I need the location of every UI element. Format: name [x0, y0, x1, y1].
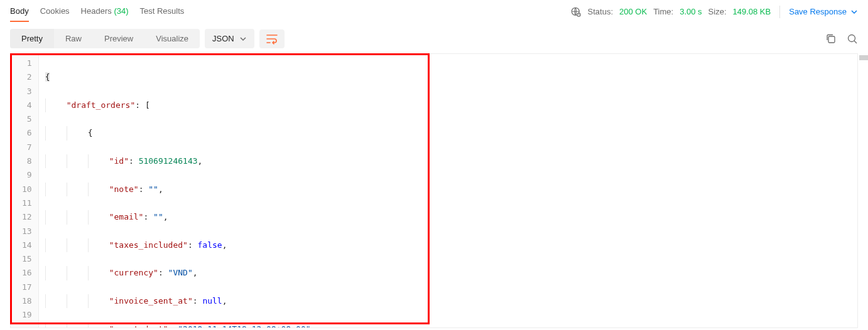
tab-headers[interactable]: Headers (34): [81, 1, 129, 22]
view-tab-preview[interactable]: Preview: [93, 29, 144, 48]
svg-rect-2: [828, 36, 835, 43]
status-value: 200 OK: [619, 7, 647, 16]
format-select-label: JSON: [212, 34, 234, 43]
view-tab-visualize[interactable]: Visualize: [144, 29, 200, 48]
tab-test-results[interactable]: Test Results: [140, 1, 185, 22]
status-label: Status:: [588, 7, 613, 16]
minimap-indicator: [859, 55, 868, 60]
divider: [779, 6, 780, 18]
save-response-button[interactable]: Save Response: [789, 7, 858, 16]
chevron-down-icon: [239, 35, 247, 43]
copy-icon: [825, 33, 837, 45]
code-editor[interactable]: 12345678910111213141516171819 { "draft_o…: [10, 53, 858, 328]
chevron-down-icon: [850, 8, 858, 16]
tab-cookies[interactable]: Cookies: [40, 1, 70, 22]
tab-headers-label: Headers: [81, 6, 112, 16]
time-label: Time:: [653, 7, 673, 16]
save-response-label: Save Response: [789, 7, 847, 16]
search-icon: [847, 33, 858, 45]
search-button[interactable]: [847, 33, 858, 45]
code-content: { "draft_orders": [ { "id": 510691246143…: [39, 54, 857, 327]
view-tab-raw[interactable]: Raw: [54, 29, 93, 48]
tab-body[interactable]: Body: [10, 1, 29, 22]
format-select[interactable]: JSON: [205, 29, 254, 48]
svg-point-3: [849, 35, 855, 41]
headers-count: (34): [114, 6, 128, 16]
line-gutter: 12345678910111213141516171819: [11, 54, 39, 327]
copy-button[interactable]: [825, 33, 837, 45]
view-tab-pretty[interactable]: Pretty: [10, 29, 54, 48]
size-label: Size:: [708, 7, 727, 16]
globe-icon: [570, 6, 582, 18]
wrap-line-button[interactable]: [259, 29, 285, 48]
wrap-icon: [266, 33, 278, 45]
size-value: 149.08 KB: [733, 7, 771, 16]
time-value: 3.00 s: [680, 7, 702, 16]
